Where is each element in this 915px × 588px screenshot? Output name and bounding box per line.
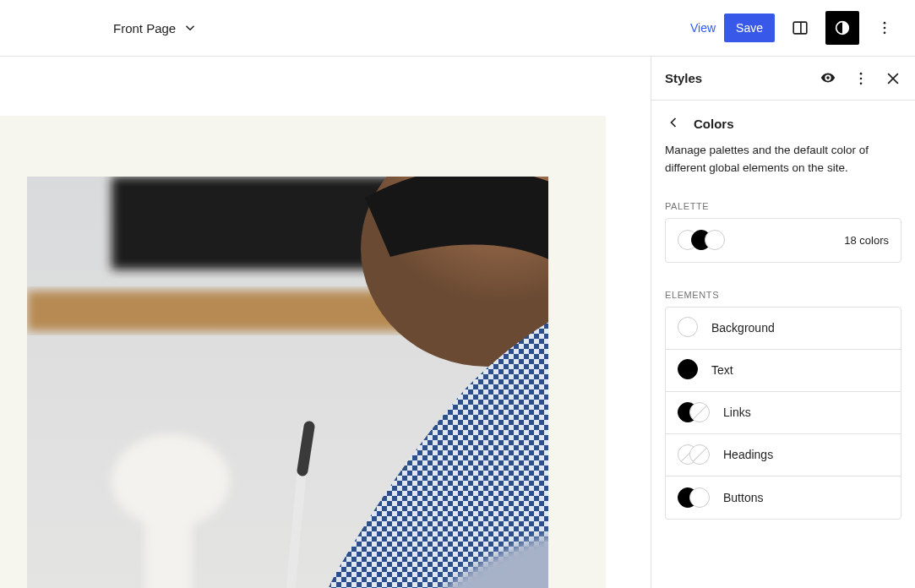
element-label: Buttons	[723, 491, 763, 504]
palette-row[interactable]: 18 colors	[665, 218, 901, 263]
top-toolbar: Front Page View Save	[0, 0, 915, 57]
svg-line-17	[302, 427, 309, 471]
save-button[interactable]: Save	[724, 14, 775, 42]
chevron-down-icon	[182, 20, 198, 35]
color-swatch	[678, 359, 700, 381]
sidebar-toggle-button[interactable]	[783, 11, 817, 45]
page-title: Front Page	[113, 21, 176, 35]
styles-panel-title: Styles	[665, 71, 702, 85]
palette-swatches	[678, 230, 725, 250]
canvas-background	[0, 116, 606, 588]
color-swatch	[678, 317, 700, 339]
more-options-button[interactable]	[868, 11, 901, 45]
svg-point-18	[826, 76, 830, 79]
toolbar-actions: View Save	[690, 11, 901, 45]
styles-more-icon[interactable]	[852, 70, 869, 87]
svg-point-4	[884, 27, 886, 30]
element-label: Links	[723, 406, 751, 419]
svg-rect-13	[145, 510, 192, 588]
elements-list: BackgroundTextLinksHeadingsButtons	[665, 307, 901, 520]
color-swatch-pair	[678, 487, 711, 509]
panel-section-description: Manage palettes and the default color of…	[651, 142, 915, 194]
styles-panel: Styles Colors Manage palettes and the de…	[651, 57, 915, 588]
panel-breadcrumb[interactable]: Colors	[651, 101, 915, 142]
svg-rect-0	[793, 22, 807, 34]
element-row[interactable]: Text	[666, 350, 901, 392]
styles-toggle-button[interactable]	[825, 11, 859, 45]
element-row[interactable]: Buttons	[666, 476, 901, 519]
element-row[interactable]: Headings	[666, 434, 901, 476]
element-label: Background	[711, 321, 775, 335]
document-title-wrap[interactable]: Front Page	[0, 20, 198, 35]
element-label: Headings	[723, 448, 773, 461]
svg-point-5	[884, 32, 886, 35]
svg-point-3	[884, 22, 886, 24]
svg-point-19	[860, 72, 863, 74]
element-row[interactable]: Links	[666, 392, 901, 434]
elements-label: ELEMENTS	[651, 283, 915, 307]
back-icon[interactable]	[665, 114, 682, 133]
color-swatch-pair	[678, 444, 711, 466]
style-book-icon[interactable]	[819, 69, 837, 88]
element-row[interactable]: Background	[666, 308, 901, 350]
element-label: Text	[711, 363, 733, 377]
editor-canvas[interactable]	[0, 57, 651, 588]
svg-point-20	[860, 77, 863, 79]
color-swatch-pair	[678, 401, 711, 423]
close-icon[interactable]	[885, 70, 901, 87]
svg-point-21	[860, 82, 863, 84]
palette-label: PALETTE	[651, 194, 915, 218]
styles-panel-header: Styles	[651, 57, 915, 101]
palette-count: 18 colors	[844, 234, 889, 247]
panel-section-title: Colors	[694, 117, 734, 131]
content-image	[27, 177, 548, 588]
view-link[interactable]: View	[690, 21, 716, 35]
